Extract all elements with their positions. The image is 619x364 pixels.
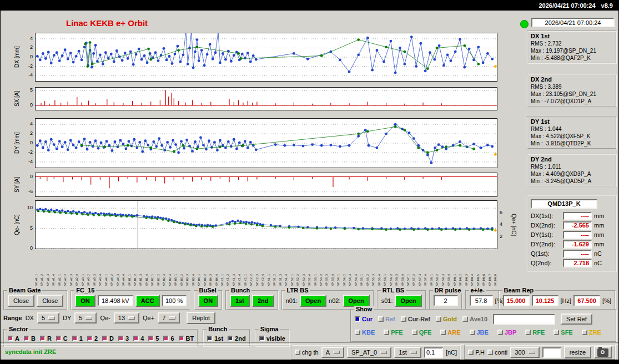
qmd-row-label: DY(1st):	[531, 231, 561, 238]
qmd-row: DX(1st):----mm	[531, 212, 613, 220]
fc15-acc-button[interactable]: ACC	[135, 295, 160, 307]
checkbox-rfe[interactable]: RFE	[525, 329, 545, 336]
acquisition-tray: P.H conti 300 resize	[464, 345, 616, 360]
checkbox-jbp[interactable]: JBP	[497, 329, 516, 336]
checkbox-ave10[interactable]: Ave10	[462, 316, 487, 322]
qe-plot	[35, 200, 497, 249]
checkbox-4[interactable]: 4	[133, 335, 144, 342]
bpm-label: SP_56_2	[390, 251, 392, 286]
qmd-row-value: 2.718	[563, 259, 592, 267]
range-qep-dropdown[interactable]: 7	[158, 312, 180, 323]
bunch-first-dropdown[interactable]: 1st	[394, 347, 421, 358]
rtl-s01-open-button[interactable]: Open	[395, 295, 421, 307]
count-dropdown[interactable]: 300	[510, 347, 539, 358]
checkbox-bt[interactable]: BT	[179, 335, 194, 342]
checkbox-a[interactable]: A	[8, 335, 19, 342]
axis-tick: -4	[28, 72, 33, 78]
qmd-row-unit: mm	[594, 241, 605, 247]
checkbox-qfe[interactable]: QFE	[412, 329, 432, 336]
busel-on-button[interactable]: ON	[198, 295, 219, 307]
checkbox-r[interactable]: R	[40, 335, 52, 342]
dy-axis-label: DY [mm]	[14, 118, 22, 168]
checkbox-are[interactable]: ARE	[440, 329, 460, 336]
checkbox-label: 4	[140, 335, 144, 342]
checkbox-gold[interactable]: Gold	[436, 316, 457, 322]
screenshot-button[interactable]	[594, 346, 612, 358]
show-label: Show	[354, 306, 374, 312]
fc15-on-button[interactable]: ON	[75, 295, 95, 307]
dx-axis-label: DX [mm]	[14, 33, 22, 82]
stat-line: Min : -7.072@QXD1P_A	[531, 98, 613, 105]
checkbox-label: 2	[94, 335, 98, 342]
checkbox-jbe[interactable]: JBE	[470, 329, 489, 336]
bpm-label: SP_B2_3	[163, 251, 165, 286]
ltr-n01-open-button[interactable]: Open	[300, 295, 326, 307]
range-qem-dropdown[interactable]: 13	[114, 312, 139, 323]
checkbox-1[interactable]: 1	[72, 335, 83, 342]
bpm-label: SP_B2_2	[157, 251, 160, 286]
bpm-label: SP_DN_3	[465, 251, 468, 286]
dx-axis-ticks: 420-2-4	[23, 33, 34, 82]
qmd-row: DY(2nd):-1.629mm	[531, 240, 613, 249]
qmd-row: DX(2nd):-2.565mm	[531, 221, 613, 230]
bpm-label: SP_54_2	[343, 251, 346, 286]
set-ref-button[interactable]: Set Ref	[561, 314, 592, 325]
titlebar-datetime: 2026/04/21 07:00:24	[539, 2, 595, 9]
checkbox-d[interactable]: D	[102, 335, 114, 342]
qmd-row-value: -2.565	[563, 221, 592, 230]
checkbox-c[interactable]: C	[56, 335, 68, 342]
checkbox-5[interactable]: 5	[148, 335, 159, 342]
checkbox-pfe[interactable]: PFE	[384, 329, 402, 336]
chg-th-checkbox[interactable]: chg th	[295, 349, 319, 356]
range-dx-dropdown[interactable]: 5	[37, 312, 59, 323]
bottom-black-strip	[1, 360, 618, 363]
replot-button[interactable]: Replot	[187, 312, 215, 324]
sp-at-dropdown[interactable]: SP_AT_0	[347, 347, 391, 358]
checkbox-icon	[40, 336, 46, 341]
checkbox-icon	[401, 316, 406, 322]
beam-gate-close-1-button[interactable]: Close	[8, 295, 34, 307]
eplus-eminus-label: e+/e-	[469, 287, 486, 294]
sy-axis-label: SY [A]	[14, 173, 22, 197]
checkbox-sfe[interactable]: SFE	[553, 329, 572, 336]
checkbox-1st[interactable]: 1st	[207, 335, 223, 342]
checkbox-label: Cur	[362, 316, 373, 322]
busel-label: BuSel	[198, 287, 218, 294]
sector-select-dropdown[interactable]: A	[321, 347, 344, 358]
qmd-row-label: Q(1st):	[531, 250, 561, 257]
qmd-row-value: -1.629	[563, 240, 592, 249]
checkbox-label: ARE	[447, 329, 460, 336]
bunch-2nd-button[interactable]: 2nd	[252, 295, 274, 307]
stat-line: RMS : 1.011	[531, 163, 613, 170]
page-title: Linac KEKB e+ Orbit	[66, 18, 148, 28]
checkbox-3[interactable]: 3	[118, 335, 129, 342]
checkbox-cur[interactable]: Cur	[355, 316, 373, 322]
axis-tick: 2	[30, 44, 33, 50]
checkbox-6[interactable]: 6	[163, 335, 174, 342]
ref-file-input[interactable]	[494, 315, 554, 323]
ph-checkbox[interactable]: P.H	[468, 349, 485, 356]
checkbox-2[interactable]: 2	[87, 335, 98, 342]
sp-at-value: SP_AT_0	[351, 349, 377, 356]
dropdown-indicator-icon	[333, 351, 340, 354]
checkbox-kbe[interactable]: KBE	[355, 329, 375, 336]
checkbox-visible[interactable]: visible	[259, 335, 285, 342]
conti-checkbox[interactable]: conti	[487, 349, 507, 356]
range-dy-value: 5	[79, 315, 82, 321]
checkbox-2nd[interactable]: 2nd	[228, 335, 246, 342]
beam-gate-close-2-button[interactable]: Close	[37, 295, 63, 307]
range-dy-dropdown[interactable]: 5	[74, 312, 97, 323]
checkbox-zre[interactable]: ZRE	[582, 329, 601, 336]
threshold-input[interactable]	[425, 348, 442, 356]
count-progress-input[interactable]	[543, 348, 560, 356]
bunch-select-label: Bunch	[207, 326, 229, 332]
checkbox-cur-ref[interactable]: Cur-Ref	[401, 316, 430, 322]
ltr-n01-label: n01:	[286, 297, 298, 304]
ltr-n02-open-button[interactable]: Open	[343, 295, 370, 307]
bpm-label: SP_58_1	[430, 251, 433, 286]
bunch-1st-button[interactable]: 1st	[230, 295, 250, 307]
checkbox-icon	[56, 336, 62, 341]
resize-button[interactable]: resize	[564, 346, 591, 358]
checkbox-ref[interactable]: Ref	[378, 316, 395, 322]
checkbox-b[interactable]: B	[24, 335, 36, 342]
